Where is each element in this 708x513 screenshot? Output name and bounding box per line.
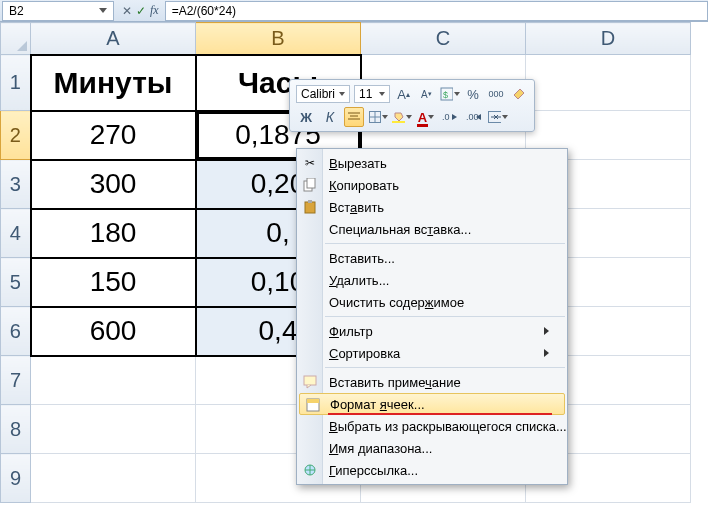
svg-rect-8: [392, 121, 405, 123]
ctx-name-range[interactable]: Имя диапазона...: [297, 437, 567, 459]
row-header-8[interactable]: 8: [1, 405, 31, 454]
font-family-selector[interactable]: Calibri: [296, 85, 350, 103]
svg-rect-15: [308, 200, 312, 203]
format-painter-icon[interactable]: [509, 84, 528, 104]
svg-text:.0: .0: [442, 112, 450, 122]
svg-rect-14: [305, 202, 315, 213]
decrease-decimal-icon[interactable]: .0: [440, 107, 460, 127]
ctx-cut[interactable]: ✂ Вырезать: [297, 152, 567, 174]
col-header-A[interactable]: A: [31, 23, 196, 55]
row-header-4[interactable]: 4: [1, 209, 31, 258]
merge-cells-icon[interactable]: [488, 107, 508, 127]
cell-A1[interactable]: Минуты: [31, 55, 196, 111]
cell-A6[interactable]: 600: [31, 307, 196, 356]
chevron-down-icon: [379, 92, 385, 96]
row-header-2[interactable]: 2: [1, 111, 31, 160]
col-header-B[interactable]: B: [196, 23, 361, 55]
separator: [325, 367, 565, 368]
borders-button[interactable]: [368, 107, 388, 127]
accounting-format-icon[interactable]: $: [440, 84, 460, 104]
formula-bar: B2 ✕ ✓ fx =A2/(60*24): [0, 0, 708, 22]
name-box-value: B2: [9, 4, 24, 18]
row-header-9[interactable]: 9: [1, 454, 31, 503]
ctx-paste[interactable]: Вставить: [297, 196, 567, 218]
submenu-arrow-icon: [544, 349, 549, 357]
chevron-down-icon: [502, 115, 508, 119]
formula-text: =A2/(60*24): [172, 4, 236, 18]
chevron-down-icon: [339, 92, 345, 96]
font-color-button[interactable]: A: [416, 107, 436, 127]
fx-icon[interactable]: fx: [150, 3, 159, 18]
separator: [325, 243, 565, 244]
separator: [325, 316, 565, 317]
italic-button[interactable]: К: [320, 107, 340, 127]
format-cells-icon: [304, 396, 322, 414]
chevron-down-icon: [428, 115, 434, 119]
chevron-down-icon: [406, 115, 412, 119]
row-header-6[interactable]: 6: [1, 307, 31, 356]
ctx-hyperlink[interactable]: Гиперссылка...: [297, 459, 567, 481]
font-size-selector[interactable]: 11: [354, 85, 390, 103]
svg-rect-16: [304, 376, 316, 385]
svg-rect-13: [307, 178, 315, 188]
ctx-format-cells[interactable]: Формат ячеек...: [299, 393, 565, 415]
ctx-delete[interactable]: Удалить...: [297, 269, 567, 291]
copy-icon: [301, 176, 319, 194]
row-header-3[interactable]: 3: [1, 160, 31, 209]
cell-D1[interactable]: [526, 55, 691, 111]
ctx-copy[interactable]: Копировать: [297, 174, 567, 196]
cell-A4[interactable]: 180: [31, 209, 196, 258]
align-center-button[interactable]: [344, 107, 364, 127]
scissors-icon: ✂: [301, 154, 319, 172]
col-header-C[interactable]: C: [361, 23, 526, 55]
cell-A9[interactable]: [31, 454, 196, 503]
ctx-pick-from-list[interactable]: Выбрать из раскрывающегося списка...: [297, 415, 567, 437]
cell-A3[interactable]: 300: [31, 160, 196, 209]
context-menu: ✂ Вырезать Копировать Вставить Специальн…: [296, 148, 568, 485]
ctx-clear-contents[interactable]: Очистить содержимое: [297, 291, 567, 313]
cell-A2[interactable]: 270: [31, 111, 196, 160]
mini-toolbar: Calibri 11 A▴ A▾ $ % 000 Ж К A .0 .00: [289, 79, 535, 132]
name-box[interactable]: B2: [2, 1, 114, 21]
select-all-corner[interactable]: [1, 23, 31, 55]
percent-format-icon[interactable]: %: [464, 84, 483, 104]
ctx-filter[interactable]: Фильтр: [297, 320, 567, 342]
chevron-down-icon: [454, 92, 460, 96]
formula-input[interactable]: =A2/(60*24): [165, 1, 708, 21]
chevron-down-icon[interactable]: [99, 8, 107, 13]
hyperlink-icon: [301, 461, 319, 479]
row-header-7[interactable]: 7: [1, 356, 31, 405]
row-header-1[interactable]: 1: [1, 55, 31, 111]
fill-color-button[interactable]: [392, 107, 412, 127]
formula-icons: ✕ ✓ fx: [116, 3, 165, 18]
submenu-arrow-icon: [544, 327, 549, 335]
cell-A7[interactable]: [31, 356, 196, 405]
row-header-5[interactable]: 5: [1, 258, 31, 307]
cell-A5[interactable]: 150: [31, 258, 196, 307]
svg-rect-18: [307, 399, 319, 403]
svg-text:$: $: [443, 90, 448, 100]
ctx-insert-comment[interactable]: Вставить примечание: [297, 371, 567, 393]
paste-icon: [301, 198, 319, 216]
comment-icon: [301, 373, 319, 391]
increase-font-icon[interactable]: A▴: [394, 84, 413, 104]
increase-decimal-icon[interactable]: .00: [464, 107, 484, 127]
accept-formula-icon[interactable]: ✓: [136, 4, 146, 18]
ctx-paste-special[interactable]: Специальная вставка...: [297, 218, 567, 240]
cell-A8[interactable]: [31, 405, 196, 454]
bold-button[interactable]: Ж: [296, 107, 316, 127]
ctx-sort[interactable]: Сортировка: [297, 342, 567, 364]
comma-format-icon[interactable]: 000: [487, 84, 506, 104]
ctx-insert[interactable]: Вставить...: [297, 247, 567, 269]
col-header-D[interactable]: D: [526, 23, 691, 55]
decrease-font-icon[interactable]: A▾: [417, 84, 436, 104]
chevron-down-icon: [382, 115, 388, 119]
cancel-formula-icon[interactable]: ✕: [122, 4, 132, 18]
